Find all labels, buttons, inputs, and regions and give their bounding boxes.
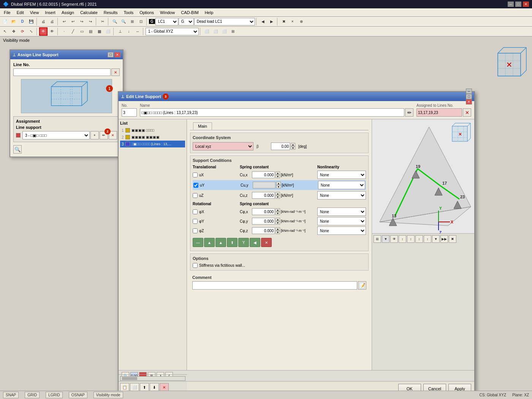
line-support-add-btn[interactable]: + bbox=[90, 131, 99, 139]
tb-new[interactable]: 📄 bbox=[1, 17, 9, 26]
tb2-line[interactable]: ╱ bbox=[69, 27, 77, 36]
beta-input[interactable] bbox=[271, 142, 290, 150]
line-no-clear-btn[interactable]: ✕ bbox=[111, 68, 120, 76]
status-osnap[interactable]: OSNAP bbox=[69, 392, 87, 398]
minimize-button[interactable]: ─ bbox=[508, 2, 514, 7]
tb2-node[interactable]: · bbox=[60, 27, 68, 36]
phix-checkbox-label[interactable]: φX bbox=[193, 209, 238, 214]
tb-zoom-out[interactable]: 🔍 bbox=[119, 17, 128, 26]
cphix-down[interactable]: ▼ bbox=[276, 212, 280, 215]
menu-results[interactable]: Results bbox=[101, 10, 121, 16]
tb-results3[interactable]: ⊗ bbox=[297, 17, 306, 26]
cuy-input[interactable] bbox=[253, 182, 276, 188]
assigned-lines-input[interactable] bbox=[416, 108, 462, 117]
phiy-checkbox-label[interactable]: φY bbox=[193, 219, 238, 224]
ux-checkbox-label[interactable]: uX bbox=[193, 173, 238, 177]
edit-dialog-maximize[interactable]: □ bbox=[466, 94, 472, 99]
phiz-checkbox-label[interactable]: φZ bbox=[193, 228, 238, 233]
list-item-1[interactable]: 1 ▣▣▣▣ □□□□ bbox=[120, 127, 185, 134]
close-button[interactable]: ✕ bbox=[523, 2, 529, 7]
tb2-rotate[interactable]: ⟳ bbox=[18, 27, 27, 36]
coord-system-select[interactable]: Local xyz Global XYZ bbox=[193, 142, 253, 150]
tb-lc-select[interactable]: LC1 bbox=[155, 18, 178, 25]
tb2-opening[interactable]: ⬜ bbox=[104, 27, 112, 36]
tb2-view1[interactable]: ⬜ bbox=[203, 27, 211, 36]
tb-results2[interactable]: × bbox=[288, 17, 297, 26]
tb2-surface[interactable]: ▤ bbox=[86, 27, 95, 36]
tb-prev-lc[interactable]: ◀ bbox=[259, 17, 267, 26]
cux-down[interactable]: ▼ bbox=[276, 175, 280, 178]
tb-zoom-in[interactable]: 🔍 bbox=[111, 17, 119, 26]
rp-tb-2[interactable]: ▼ bbox=[382, 235, 390, 243]
tb2-view4[interactable]: ⊞ bbox=[229, 27, 237, 36]
tb-zoom-sel[interactable]: ⊡ bbox=[137, 17, 145, 26]
beta-down-btn[interactable]: ▼ bbox=[291, 146, 295, 150]
tb2-member[interactable]: ▭ bbox=[78, 27, 86, 36]
uy-checkbox-label[interactable]: uY bbox=[193, 183, 239, 188]
rp-tb-10[interactable]: ✖ bbox=[449, 235, 456, 243]
status-snap[interactable]: SNAP bbox=[3, 392, 19, 398]
edit-dialog-minimize[interactable]: ─ bbox=[466, 89, 472, 94]
menu-help[interactable]: Help bbox=[202, 10, 217, 16]
menu-view[interactable]: View bbox=[27, 10, 42, 16]
menu-insert[interactable]: Insert bbox=[42, 10, 59, 16]
tb-next-lc[interactable]: ▶ bbox=[268, 17, 276, 26]
tb2-vis-mode[interactable]: 👁 bbox=[39, 27, 48, 36]
tb-redo2[interactable]: ↪ bbox=[86, 17, 95, 26]
tb-undo2[interactable]: ↩ bbox=[69, 17, 77, 26]
tb2-view2[interactable]: ⬜ bbox=[211, 27, 220, 36]
rp-tb-5[interactable]: ↕ bbox=[407, 235, 415, 243]
list-item-2[interactable]: 2 ▣▣▣▣ ▣▣▣▣ bbox=[120, 134, 185, 141]
cphiz-input[interactable] bbox=[252, 227, 275, 234]
cuy-up[interactable]: ▲ bbox=[276, 182, 281, 185]
tb-save[interactable]: 💾 bbox=[27, 17, 35, 26]
uy-nonlinearity-select[interactable]: None bbox=[318, 181, 365, 189]
menu-options[interactable]: Options bbox=[136, 10, 157, 16]
tb-redo[interactable]: ↪ bbox=[78, 17, 86, 26]
cphiy-down[interactable]: ▼ bbox=[276, 221, 280, 225]
phix-nonlinearity-select[interactable]: None bbox=[317, 207, 366, 216]
tb2-dim[interactable]: ↔ bbox=[133, 27, 142, 36]
list-item-3[interactable]: 3 □▣□□ □□□□ (Lines : 13,17,19,23) bbox=[120, 141, 185, 147]
assign-dialog-close[interactable]: ✕ bbox=[114, 52, 120, 57]
line-support-select[interactable]: 3 - □▣□ □□□ bbox=[22, 131, 90, 139]
action-icon-2[interactable]: ▲ bbox=[204, 238, 215, 247]
cuy-down[interactable]: ▼ bbox=[276, 185, 281, 188]
menu-cad-bim[interactable]: CAD-BIM bbox=[178, 10, 201, 16]
action-icon-3[interactable]: ▲ bbox=[215, 238, 226, 247]
tb-lc-name[interactable]: Dead load LC1 bbox=[194, 18, 255, 25]
menu-file[interactable]: File bbox=[1, 10, 14, 16]
cphiy-up[interactable]: ▲ bbox=[276, 218, 280, 221]
cuz-input[interactable] bbox=[252, 192, 275, 199]
menu-assign[interactable]: Assign bbox=[59, 10, 77, 16]
ux-checkbox[interactable] bbox=[193, 173, 198, 177]
cuz-up[interactable]: ▲ bbox=[276, 192, 280, 195]
tb2-pointer[interactable]: ↖ bbox=[1, 27, 9, 36]
tb-cut[interactable]: ✂ bbox=[98, 17, 107, 26]
phiy-checkbox[interactable] bbox=[193, 219, 198, 224]
status-grid[interactable]: GRID bbox=[25, 392, 40, 398]
action-icon-4[interactable]: ⬆ bbox=[227, 238, 238, 247]
tb-open[interactable]: 📂 bbox=[10, 17, 18, 26]
uz-checkbox-label[interactable]: uZ bbox=[193, 193, 238, 198]
rp-tb-3[interactable]: 👁 bbox=[390, 235, 398, 243]
status-lgrid[interactable]: LGRID bbox=[46, 392, 63, 398]
tb-zoom-fit[interactable]: ⊞ bbox=[128, 17, 136, 26]
rp-tb-7[interactable]: ↕ bbox=[424, 235, 431, 243]
menu-window[interactable]: Window bbox=[157, 10, 178, 16]
name-edit-btn[interactable]: ✏ bbox=[405, 108, 413, 117]
line-support-edit-btn[interactable]: ✏ 2 bbox=[100, 131, 108, 139]
assign-dialog-maximize[interactable]: □ bbox=[108, 52, 114, 57]
tb2-support[interactable]: ⊥ bbox=[116, 27, 124, 36]
cphiy-input[interactable] bbox=[252, 218, 275, 225]
assign-search-btn[interactable]: 🔍 bbox=[13, 145, 22, 154]
cux-up[interactable]: ▲ bbox=[276, 171, 280, 175]
maximize-button[interactable]: □ bbox=[515, 2, 521, 7]
rp-tb-8[interactable]: ▼ bbox=[432, 235, 440, 243]
tb2-load[interactable]: ↓ bbox=[125, 27, 133, 36]
cux-input[interactable] bbox=[252, 171, 275, 178]
action-icon-5[interactable]: Y bbox=[238, 238, 249, 247]
tb-lc-type[interactable]: G bbox=[179, 18, 194, 25]
uy-checkbox[interactable] bbox=[193, 183, 198, 188]
rp-tb-1[interactable]: ⊞ bbox=[374, 235, 381, 243]
